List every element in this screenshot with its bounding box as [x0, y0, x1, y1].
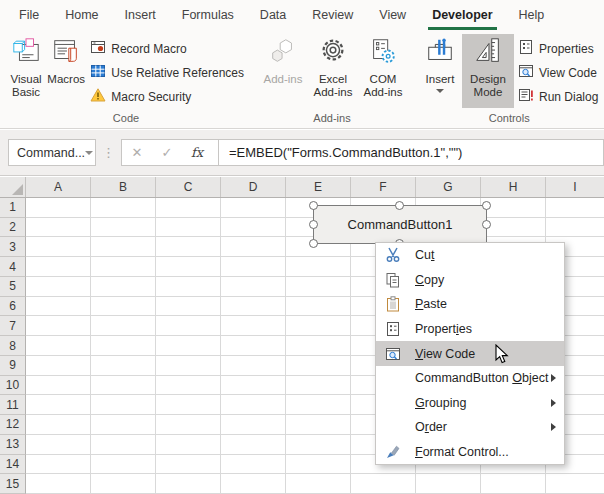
row-header-3[interactable]: 3: [0, 237, 26, 257]
tab-data[interactable]: Data: [247, 0, 299, 30]
properties-button[interactable]: Properties: [514, 37, 602, 61]
cell-A1[interactable]: [26, 198, 91, 218]
tab-insert[interactable]: Insert: [112, 0, 169, 30]
cell-A15[interactable]: [26, 474, 91, 494]
cell-B14[interactable]: [91, 455, 156, 475]
cell-B7[interactable]: [91, 316, 156, 336]
cell-C3[interactable]: [156, 237, 221, 257]
column-header-F[interactable]: F: [351, 177, 416, 197]
menu-item-properties[interactable]: Properties: [376, 317, 564, 342]
row-header-15[interactable]: 15: [0, 474, 26, 494]
cell-B9[interactable]: [91, 356, 156, 376]
row-header-5[interactable]: 5: [0, 277, 26, 297]
cell-D15[interactable]: [221, 474, 286, 494]
tab-file[interactable]: File: [6, 0, 52, 30]
cell-A3[interactable]: [26, 237, 91, 257]
visual-basic-button[interactable]: Visual Basic: [6, 34, 46, 99]
menu-item-commandbutton-object[interactable]: CommandButton Object: [376, 366, 564, 391]
cell-A10[interactable]: [26, 376, 91, 396]
row-header-13[interactable]: 13: [0, 435, 26, 455]
cell-D9[interactable]: [221, 356, 286, 376]
cell-H15[interactable]: [481, 474, 546, 494]
cell-D1[interactable]: [221, 198, 286, 218]
cell-C5[interactable]: [156, 277, 221, 297]
cell-B15[interactable]: [91, 474, 156, 494]
cell-E14[interactable]: [286, 455, 351, 475]
cell-C2[interactable]: [156, 218, 221, 238]
cell-B11[interactable]: [91, 395, 156, 415]
cell-A4[interactable]: [26, 257, 91, 277]
menu-item-format-control[interactable]: Format Control...: [376, 440, 564, 465]
record-macro-button[interactable]: Record Macro: [86, 37, 248, 61]
cell-B12[interactable]: [91, 415, 156, 435]
cell-A6[interactable]: [26, 297, 91, 317]
cell-B5[interactable]: [91, 277, 156, 297]
cell-G15[interactable]: [416, 474, 481, 494]
cell-D6[interactable]: [221, 297, 286, 317]
cell-D5[interactable]: [221, 277, 286, 297]
column-header-A[interactable]: A: [26, 177, 91, 197]
row-header-12[interactable]: 12: [0, 415, 26, 435]
selection-handle-bottom-left[interactable]: [309, 239, 318, 248]
cell-C10[interactable]: [156, 376, 221, 396]
cell-D8[interactable]: [221, 336, 286, 356]
column-header-D[interactable]: D: [221, 177, 286, 197]
cell-E8[interactable]: [286, 336, 351, 356]
cancel-icon[interactable]: ✕: [122, 145, 152, 160]
cell-D12[interactable]: [221, 415, 286, 435]
row-header-1[interactable]: 1: [0, 198, 26, 218]
cell-D2[interactable]: [221, 218, 286, 238]
cell-B3[interactable]: [91, 237, 156, 257]
cell-C6[interactable]: [156, 297, 221, 317]
macro-security-button[interactable]: Macro Security: [86, 85, 248, 109]
select-all-corner[interactable]: [0, 177, 26, 197]
cell-D11[interactable]: [221, 395, 286, 415]
cell-A11[interactable]: [26, 395, 91, 415]
cell-C12[interactable]: [156, 415, 221, 435]
use-relative-references-button[interactable]: Use Relative References: [86, 61, 248, 85]
cell-D3[interactable]: [221, 237, 286, 257]
macros-button[interactable]: Macros: [46, 34, 86, 86]
insert-control-button[interactable]: Insert: [418, 34, 462, 93]
row-header-4[interactable]: 4: [0, 257, 26, 277]
cell-E7[interactable]: [286, 316, 351, 336]
cell-H1[interactable]: [481, 198, 546, 218]
cell-A8[interactable]: [26, 336, 91, 356]
selection-handle-mid-right[interactable]: [482, 220, 491, 229]
column-header-I[interactable]: I: [546, 177, 604, 197]
cell-C15[interactable]: [156, 474, 221, 494]
selection-handle-top-right[interactable]: [482, 201, 491, 210]
cell-F15[interactable]: [351, 474, 416, 494]
insert-function-icon[interactable]: fx: [182, 145, 212, 160]
menu-item-view-code[interactable]: View Code: [376, 341, 564, 366]
cell-A13[interactable]: [26, 435, 91, 455]
row-header-9[interactable]: 9: [0, 356, 26, 376]
cell-E12[interactable]: [286, 415, 351, 435]
column-header-H[interactable]: H: [481, 177, 546, 197]
cell-E13[interactable]: [286, 435, 351, 455]
cell-A2[interactable]: [26, 218, 91, 238]
cell-A12[interactable]: [26, 415, 91, 435]
menu-item-cut[interactable]: Cut: [376, 243, 564, 268]
name-box[interactable]: Command...: [8, 139, 96, 166]
tab-home[interactable]: Home: [52, 0, 111, 30]
design-mode-button[interactable]: Design Mode: [462, 34, 514, 108]
menu-item-order[interactable]: Order: [376, 415, 564, 440]
cell-E10[interactable]: [286, 376, 351, 396]
view-code-button[interactable]: View Code: [514, 61, 602, 85]
tab-view[interactable]: View: [366, 0, 419, 30]
cell-I1[interactable]: [546, 198, 604, 218]
menu-item-copy[interactable]: Copy: [376, 268, 564, 293]
menu-item-grouping[interactable]: Grouping: [376, 390, 564, 415]
formula-input[interactable]: =EMBED("Forms.CommandButton.1",""): [221, 145, 462, 160]
cell-C11[interactable]: [156, 395, 221, 415]
cell-B13[interactable]: [91, 435, 156, 455]
cell-A5[interactable]: [26, 277, 91, 297]
cell-D13[interactable]: [221, 435, 286, 455]
cell-B6[interactable]: [91, 297, 156, 317]
cell-A7[interactable]: [26, 316, 91, 336]
row-header-11[interactable]: 11: [0, 395, 26, 415]
cell-E5[interactable]: [286, 277, 351, 297]
cell-D7[interactable]: [221, 316, 286, 336]
cell-H2[interactable]: [481, 218, 546, 238]
